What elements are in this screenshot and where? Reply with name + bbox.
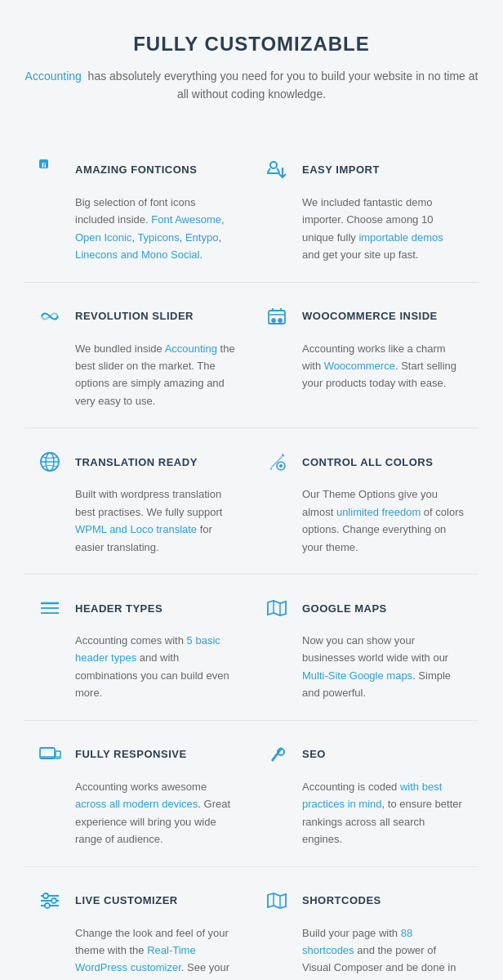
responsive-icon <box>34 739 65 770</box>
header-types-link[interactable]: 5 basic header types <box>75 634 220 664</box>
feature-header: HEADER TYPES <box>34 593 237 624</box>
page-title: FULLY CUSTOMIZABLE <box>24 33 479 56</box>
svg-point-6 <box>278 319 282 322</box>
feature-responsive: FULLY RESPONSIVE Accounting works awesom… <box>24 721 252 866</box>
svg-point-5 <box>272 319 275 322</box>
header-description: Accounting has absolutely everything you… <box>24 67 479 104</box>
entypo-link[interactable]: Entypo <box>185 231 218 244</box>
feature-header: GOOGLE MAPS <box>261 593 464 624</box>
seo-icon <box>261 739 292 770</box>
feature-seo: SEO Accounting is coded with best practi… <box>252 721 479 866</box>
colors-body: Our Theme Options give you almost unlimi… <box>261 486 464 556</box>
linecons-link[interactable]: Linecons and Mono Social <box>75 248 200 261</box>
feature-live-customizer: LIVE CUSTOMIZER Change the look and feel… <box>24 867 252 980</box>
accounting-slider-link[interactable]: Accounting <box>165 342 217 355</box>
feature-header: WOOCOMMERCE INSIDE <box>261 301 464 332</box>
feature-header: LIVE CUSTOMIZER <box>34 885 237 916</box>
shortcodes-link[interactable]: 88 shortcodes <box>302 927 412 956</box>
fonticons-icon: fi <box>34 154 65 186</box>
globe-icon <box>34 446 65 477</box>
feature-header: REVOLUTION SLIDER <box>34 301 237 332</box>
svg-point-25 <box>43 893 48 898</box>
feature-revolution-slider: REVOLUTION SLIDER We bundled inside Acco… <box>24 283 252 428</box>
responsive-title: FULLY RESPONSIVE <box>75 748 187 760</box>
slider-title: REVOLUTION SLIDER <box>75 310 194 322</box>
wpml-link[interactable]: WPML and Loco translate <box>75 523 197 535</box>
svg-point-26 <box>51 898 56 903</box>
svg-rect-19 <box>56 751 60 758</box>
seo-title: SEO <box>302 748 326 760</box>
woocommerce-icon <box>261 301 292 332</box>
feature-header: EASY IMPORT <box>261 154 464 186</box>
importable-demos-link[interactable]: importable demos <box>358 231 443 244</box>
customizer-title: LIVE CUSTOMIZER <box>75 894 178 906</box>
colors-title: CONTROL ALL COLORS <box>302 456 433 468</box>
accounting-link[interactable]: Accounting <box>25 69 82 83</box>
svg-point-10 <box>279 464 283 468</box>
font-awesome-link[interactable]: Font Awesome <box>151 213 221 226</box>
woocommerce-link[interactable]: Woocommerce <box>324 360 395 372</box>
google-maps-title: GOOGLE MAPS <box>302 602 387 615</box>
import-icon <box>261 154 292 186</box>
customizer-body: Change the look and feel of your theme w… <box>34 924 237 980</box>
feature-header: SHORTCODES <box>261 885 464 916</box>
header-section: FULLY CUSTOMIZABLE Accounting has absolu… <box>24 33 479 104</box>
feature-woocommerce: WOOCOMMERCE INSIDE Accounting works like… <box>252 283 479 428</box>
best-practices-link[interactable]: with best practices in mind <box>302 781 442 810</box>
multisite-maps-link[interactable]: Multi-Site Google maps <box>302 669 412 682</box>
page-wrapper: FULLY CUSTOMIZABLE Accounting has absolu… <box>0 0 503 980</box>
fonticons-title: AMAZING FONTICONS <box>75 163 197 176</box>
feature-header: FULLY RESPONSIVE <box>34 739 237 770</box>
open-iconic-link[interactable]: Open Iconic <box>75 231 131 244</box>
woocommerce-title: WOOCOMMERCE INSIDE <box>302 310 438 322</box>
shortcodes-icon <box>261 885 292 916</box>
shortcodes-title: SHORTCODES <box>302 894 381 906</box>
responsive-body: Accounting works awesome across all mode… <box>34 778 237 848</box>
feature-amazing-fonticons: fi AMAZING FONTICONS Big selection of fo… <box>24 136 252 282</box>
feature-header: fi AMAZING FONTICONS <box>34 154 237 186</box>
fonticons-body: Big selection of font icons included ins… <box>34 194 237 264</box>
shortcodes-body: Build your page with 88 shortcodes and t… <box>261 924 464 980</box>
feature-translation: TRANSLATION READY Built with wordpress t… <box>24 428 252 574</box>
feature-header: CONTROL ALL COLORS <box>261 446 464 477</box>
map-icon <box>261 593 292 624</box>
slider-icon <box>34 301 65 332</box>
translation-body: Built with wordpress translation best pr… <box>34 486 237 556</box>
import-body: We included fantastic demo importer. Cho… <box>261 194 464 264</box>
woocommerce-body: Accounting works like a charm with Wooco… <box>261 340 464 392</box>
typicons-link[interactable]: Typicons <box>137 231 179 244</box>
svg-rect-4 <box>269 311 285 324</box>
feature-google-maps: GOOGLE MAPS Now you can show your busine… <box>252 575 479 720</box>
feature-header-types: HEADER TYPES Accounting comes with 5 bas… <box>24 575 252 720</box>
feature-shortcodes: SHORTCODES Build your page with 88 short… <box>252 867 479 980</box>
customizer-icon <box>34 885 65 916</box>
modern-devices-link[interactable]: across all modern devices <box>75 798 198 810</box>
feature-header: TRANSLATION READY <box>34 446 237 477</box>
header-types-title: HEADER TYPES <box>75 602 162 615</box>
slider-body: We bundled inside Accounting the best sl… <box>34 340 237 410</box>
feature-header: SEO <box>261 739 464 770</box>
svg-text:fi: fi <box>42 161 47 169</box>
svg-point-3 <box>270 162 277 168</box>
feature-colors: CONTROL ALL COLORS Our Theme Options giv… <box>252 428 479 574</box>
features-grid: fi AMAZING FONTICONS Big selection of fo… <box>24 136 479 980</box>
import-title: EASY IMPORT <box>302 163 380 176</box>
feature-easy-import: EASY IMPORT We included fantastic demo i… <box>252 136 479 282</box>
real-time-customizer-link[interactable]: Real-Time WordPress customizer <box>75 944 196 973</box>
unlimited-freedom-link[interactable]: unlimited freedom <box>336 506 421 518</box>
seo-body: Accounting is coded with best practices … <box>261 778 464 848</box>
google-maps-body: Now you can show your businesses world w… <box>261 632 464 702</box>
translation-title: TRANSLATION READY <box>75 456 198 468</box>
pencil-icon <box>261 446 292 477</box>
header-description-text: has absolutely everything you need for y… <box>88 69 479 101</box>
svg-point-27 <box>45 903 50 908</box>
header-types-icon <box>34 593 65 624</box>
header-types-body: Accounting comes with 5 basic header typ… <box>34 632 237 702</box>
